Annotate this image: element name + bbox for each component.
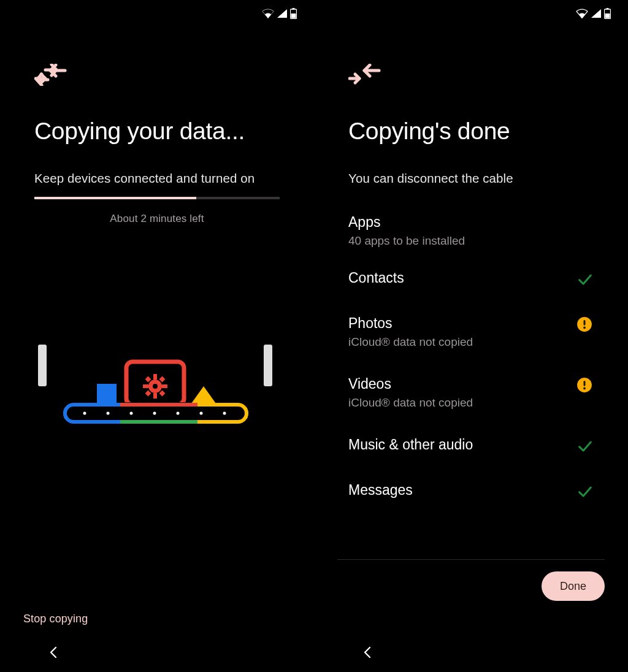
- page-subtitle: Keep devices connected and turned on: [34, 171, 280, 186]
- svg-point-40: [583, 326, 586, 329]
- svg-rect-10: [143, 384, 148, 388]
- svg-point-16: [153, 384, 158, 389]
- svg-point-32: [177, 412, 180, 415]
- item-title: Photos: [348, 315, 473, 332]
- wifi-icon: [576, 9, 588, 18]
- list-item: Messages: [348, 482, 594, 500]
- battery-icon: [290, 8, 297, 19]
- svg-rect-4: [264, 345, 272, 386]
- svg-rect-36: [607, 8, 609, 10]
- svg-point-29: [107, 412, 110, 415]
- svg-rect-1: [293, 8, 295, 10]
- check-icon: [576, 271, 594, 288]
- warning-icon: [576, 377, 594, 394]
- phone-copying: Copying your data... Keep devices connec…: [0, 0, 314, 672]
- list-item: PhotosiCloud® data not copied: [348, 315, 594, 349]
- list-item: Contacts: [348, 270, 594, 288]
- page-subtitle: You can disconnect the cable: [348, 171, 594, 186]
- apps-subtitle: 40 apps to be installed: [348, 234, 594, 248]
- page-title: Copying's done: [348, 118, 628, 145]
- back-icon[interactable]: [363, 646, 372, 661]
- svg-rect-13: [159, 376, 166, 383]
- svg-rect-39: [583, 320, 585, 326]
- back-icon[interactable]: [49, 646, 58, 661]
- svg-rect-3: [38, 345, 47, 386]
- phone-done: Copying's done You can disconnect the ca…: [314, 0, 628, 672]
- svg-rect-12: [145, 376, 151, 383]
- item-title: Music & other audio: [348, 437, 473, 453]
- apps-title: Apps: [348, 214, 594, 231]
- status-bar: [0, 0, 314, 27]
- warning-icon: [576, 316, 594, 334]
- list-item: Music & other audio: [348, 437, 594, 455]
- stop-copying-button[interactable]: Stop copying: [23, 613, 88, 625]
- results-list: ContactsPhotosiCloud® data not copiedVid…: [348, 270, 594, 500]
- signal-icon: [277, 9, 288, 18]
- status-bar: [314, 0, 628, 27]
- svg-rect-2: [291, 13, 296, 18]
- progress-bar: About 2 minutes left: [34, 197, 280, 225]
- list-item: VideosiCloud® data not copied: [348, 376, 594, 410]
- divider: [337, 559, 605, 560]
- item-title: Contacts: [348, 270, 404, 286]
- apps-section: Apps 40 apps to be installed: [348, 214, 594, 248]
- svg-rect-14: [145, 391, 151, 397]
- svg-point-28: [83, 412, 86, 415]
- svg-point-43: [583, 387, 586, 389]
- wifi-icon: [262, 9, 274, 18]
- transfer-arrows-icon: [348, 64, 628, 88]
- page-title: Copying your data...: [34, 118, 314, 145]
- item-title: Messages: [348, 482, 413, 498]
- svg-point-34: [223, 412, 226, 415]
- time-remaining: About 2 minutes left: [34, 213, 280, 225]
- battery-icon: [604, 8, 611, 19]
- check-icon: [576, 438, 594, 455]
- conveyor-illustration: [37, 341, 276, 439]
- svg-rect-15: [159, 391, 166, 397]
- svg-rect-11: [162, 384, 167, 388]
- item-title: Videos: [348, 376, 473, 392]
- check-icon: [576, 483, 594, 500]
- svg-rect-17: [97, 384, 117, 403]
- svg-rect-8: [153, 374, 157, 380]
- svg-rect-42: [583, 381, 585, 386]
- item-subtitle: iCloud® data not copied: [348, 396, 473, 410]
- transfer-arrows-icon: [34, 64, 314, 88]
- done-button[interactable]: Done: [542, 571, 605, 601]
- item-subtitle: iCloud® data not copied: [348, 335, 473, 349]
- svg-rect-37: [605, 13, 610, 18]
- signal-icon: [591, 9, 602, 18]
- svg-point-30: [130, 412, 133, 415]
- svg-rect-9: [153, 393, 157, 399]
- svg-point-31: [153, 412, 156, 415]
- svg-point-33: [200, 412, 203, 415]
